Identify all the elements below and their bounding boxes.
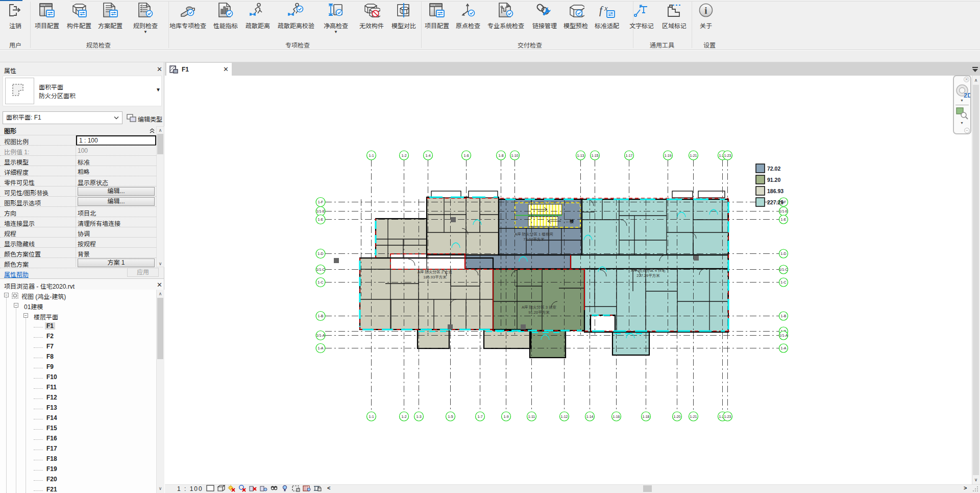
svg-text:1-9: 1-9 (503, 415, 508, 418)
svg-text:1-17: 1-17 (625, 154, 632, 157)
svg-text:1-11: 1-11 (528, 415, 535, 418)
svg-text:1-23: 1-23 (724, 154, 731, 157)
svg-text:1-C: 1-C (317, 280, 323, 284)
svg-text:227.29平方米: 227.29平方米 (636, 273, 660, 278)
svg-text:1-2: 1-2 (401, 154, 406, 157)
svg-text:1-D: 1-D (317, 252, 323, 255)
svg-text:1-13: 1-13 (577, 154, 584, 157)
svg-text:72.02: 72.02 (767, 166, 780, 172)
svg-text:1-B: 1-B (781, 314, 787, 318)
svg-text:1-6: 1-6 (463, 154, 469, 157)
svg-text:1-D: 1-D (780, 252, 786, 255)
svg-text:1-8: 1-8 (498, 154, 503, 157)
svg-text:1-16: 1-16 (612, 415, 620, 418)
svg-text:1-E: 1-E (781, 218, 787, 221)
svg-text:186.93平方米: 186.93平方米 (423, 275, 447, 279)
svg-text:72.02平方米: 72.02平方米 (523, 237, 545, 242)
svg-text:f: f (599, 4, 604, 16)
svg-text:1-A: 1-A (318, 346, 324, 350)
svg-text:1/1-E: 1/1-E (316, 209, 325, 213)
svg-text:1/1-C: 1/1-C (779, 268, 788, 271)
svg-text:A座 防火分区 2 走道: A座 防火分区 2 走道 (418, 270, 452, 274)
svg-text:1-21: 1-21 (690, 154, 697, 157)
svg-text:1-20: 1-20 (673, 415, 680, 418)
svg-text:i: i (704, 5, 707, 16)
svg-text:1-1: 1-1 (369, 154, 374, 157)
svg-text:1-2: 1-2 (401, 415, 406, 418)
svg-text:A座 防火分区 4 住宅: A座 防火分区 4 住宅 (631, 268, 666, 273)
svg-text:2D: 2D (964, 91, 970, 99)
svg-text:1-A: 1-A (781, 346, 787, 350)
svg-text:1-C: 1-C (780, 280, 786, 284)
svg-text:1-21: 1-21 (690, 415, 697, 418)
svg-text:1-19: 1-19 (664, 154, 671, 157)
svg-text:1-1: 1-1 (369, 415, 374, 418)
svg-text:1-10: 1-10 (511, 154, 518, 157)
svg-text:1/1-A: 1/1-A (779, 334, 788, 337)
svg-text:1/1-C: 1/1-C (316, 268, 325, 271)
svg-text:1-18: 1-18 (642, 415, 649, 418)
svg-text:1-14: 1-14 (586, 415, 593, 418)
svg-text:1-3: 1-3 (416, 415, 421, 418)
svg-text:1-15: 1-15 (591, 154, 598, 157)
svg-text:1-5: 1-5 (448, 415, 453, 418)
svg-text:1-E: 1-E (318, 218, 324, 221)
svg-text:1/1-E: 1/1-E (779, 209, 788, 213)
svg-text:1-12: 1-12 (560, 415, 568, 418)
svg-text:1-B: 1-B (318, 314, 324, 318)
svg-text:186.93: 186.93 (767, 188, 783, 194)
svg-text:1-F: 1-F (318, 200, 324, 204)
svg-text:91.20平方米: 91.20平方米 (528, 310, 550, 315)
svg-text:A座 防火分区 3 前室: A座 防火分区 3 前室 (522, 305, 556, 310)
svg-text:227.29: 227.29 (767, 199, 783, 205)
svg-text:A座 防火分区 1 楼梯间: A座 防火分区 1 楼梯间 (514, 232, 553, 237)
svg-text:91.20: 91.20 (767, 177, 780, 183)
svg-text:1-4: 1-4 (425, 154, 430, 157)
svg-text:1-7: 1-7 (477, 415, 482, 418)
svg-text:1/1-A: 1/1-A (316, 334, 325, 337)
svg-text:1-23: 1-23 (724, 415, 731, 418)
